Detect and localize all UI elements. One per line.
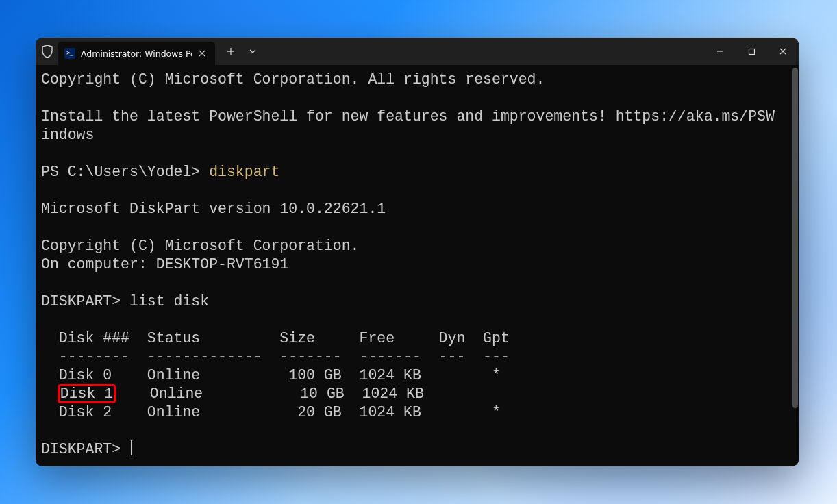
maximize-button[interactable] <box>736 38 767 65</box>
window-controls <box>704 38 799 65</box>
tab-dropdown-button[interactable] <box>242 41 263 62</box>
table-row: Disk 0 Online 100 GB 1024 KB * <box>41 367 501 383</box>
svg-rect-0 <box>749 49 754 54</box>
close-icon <box>199 50 205 57</box>
table-row: Online 10 GB 1024 KB <box>114 386 424 402</box>
scrollbar[interactable] <box>792 68 798 464</box>
table-row: Disk 2 Online 20 GB 1024 KB * <box>41 404 501 420</box>
terminal-body[interactable]: Copyright (C) Microsoft Corporation. All… <box>36 65 799 466</box>
diskpart-command: list disk <box>129 293 209 310</box>
tab-close-button[interactable] <box>196 47 208 60</box>
diskpart-prompt: DISKPART> <box>41 293 129 310</box>
new-tab-button[interactable] <box>221 41 241 62</box>
admin-shield-icon <box>41 45 53 58</box>
tab-actions <box>221 41 263 62</box>
tab-title: Administrator: Windows Powe <box>81 49 192 59</box>
scrollbar-thumb[interactable] <box>792 68 798 408</box>
tab-powershell[interactable]: Administrator: Windows Powe <box>58 42 215 65</box>
minimize-icon <box>716 47 724 55</box>
titlebar-drag-area[interactable] <box>263 38 704 65</box>
close-icon <box>779 47 787 55</box>
close-window-button[interactable] <box>767 38 799 65</box>
diskpart-copyright: Copyright (C) Microsoft Corporation. <box>41 238 359 254</box>
minimize-button[interactable] <box>704 38 736 65</box>
titlebar[interactable]: Administrator: Windows Powe <box>36 38 799 65</box>
powershell-icon <box>64 48 75 59</box>
install-line: Install the latest PowerShell for new fe… <box>41 108 775 143</box>
diskpart-prompt: DISKPART> <box>41 441 129 457</box>
diskpart-computer: On computer: DESKTOP-RVT6191 <box>41 256 288 273</box>
maximize-icon <box>748 48 755 55</box>
table-header: Disk ### Status Size Free Dyn Gpt <box>41 330 510 346</box>
chevron-down-icon <box>249 48 256 55</box>
terminal-window: Administrator: Windows Powe <box>36 38 799 466</box>
desktop-background: Administrator: Windows Powe <box>0 0 837 504</box>
terminal-output: Copyright (C) Microsoft Corporation. All… <box>41 71 793 459</box>
diskpart-version: Microsoft DiskPart version 10.0.22621.1 <box>41 201 386 217</box>
titlebar-left: Administrator: Windows Powe <box>36 38 263 65</box>
copyright-line: Copyright (C) Microsoft Corporation. All… <box>41 71 545 88</box>
cursor <box>131 440 132 455</box>
table-divider: -------- ------------- ------- ------- -… <box>41 349 510 365</box>
plus-icon <box>227 47 235 55</box>
ps-command: diskpart <box>209 164 279 180</box>
ps-prompt: PS C:\Users\Yodel> <box>41 164 209 180</box>
highlighted-disk: Disk 1 <box>59 386 114 402</box>
